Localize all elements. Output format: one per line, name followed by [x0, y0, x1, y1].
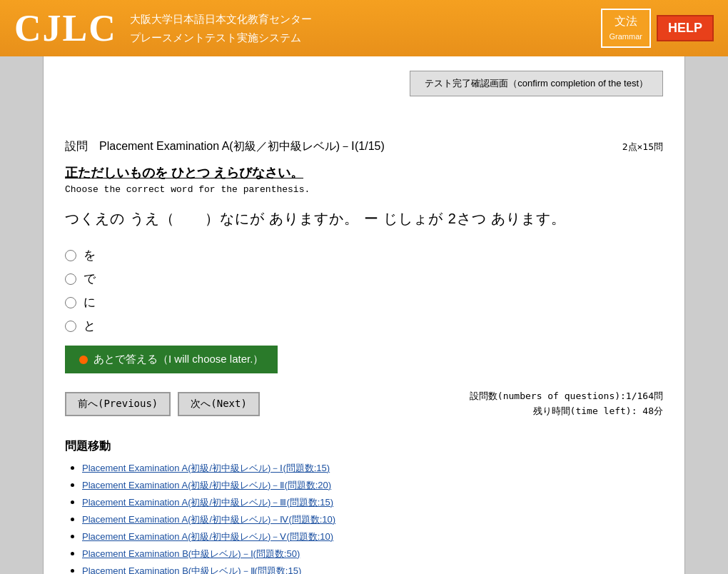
next-button[interactable]: 次へ(Next) — [178, 392, 260, 416]
header-right: 文法Grammar HELP — [601, 9, 714, 48]
help-button[interactable]: HELP — [657, 15, 714, 41]
nav-links: Placement Examination A(初級/初中級レベル)－Ⅰ(問題数… — [65, 461, 663, 574]
nav-section-title: 問題移動 — [65, 439, 663, 454]
navigation-buttons: 前へ(Previous) 次へ(Next) 設問数(numbers of que… — [65, 389, 663, 419]
nav-link-item[interactable]: Placement Examination B(中級レベル)－Ⅰ(問題数:50) — [82, 548, 300, 559]
option-label-1[interactable]: を — [84, 247, 96, 263]
grammar-button[interactable]: 文法Grammar — [601, 9, 651, 48]
choose-later-label: あとで答える（I will choose later.） — [93, 353, 263, 366]
nav-link-item[interactable]: Placement Examination A(初級/初中級レベル)－Ⅰ(問題数… — [82, 463, 330, 473]
logo: CJLC — [14, 7, 117, 49]
points-info: 2点×15問 — [622, 141, 663, 153]
confirm-completion-button-top[interactable]: テスト完了確認画面（confirm completion of the test… — [410, 71, 663, 96]
nav-link-item[interactable]: Placement Examination A(初級/初中級レベル)－Ⅳ(問題数… — [82, 514, 335, 525]
subtitle-line2: プレースメントテスト実施システム — [130, 29, 312, 47]
option-4[interactable]: と — [65, 318, 663, 334]
option-label-4[interactable]: と — [84, 318, 96, 334]
header-subtitle: 大阪大学日本語日本文化教育センター プレースメントテスト実施システム — [130, 10, 312, 46]
option-1[interactable]: を — [65, 247, 663, 263]
nav-link-item[interactable]: Placement Examination A(初級/初中級レベル)－Ⅲ(問題数… — [82, 497, 333, 508]
answer-options: を で に と — [65, 247, 663, 334]
nav-left: 前へ(Previous) 次へ(Next) — [65, 392, 260, 416]
option-2[interactable]: で — [65, 271, 663, 287]
prev-button[interactable]: 前へ(Previous) — [65, 392, 171, 416]
question-title: 設問 Placement Examination A(初級／初中級レベル)－Ⅰ(… — [65, 139, 385, 154]
bullet-icon — [79, 356, 88, 364]
question-count-info: 設問数(numbers of questions):1/164問 残り時間(ti… — [470, 389, 663, 419]
subtitle-line1: 大阪大学日本語日本文化教育センター — [130, 10, 312, 29]
question-header: 設問 Placement Examination A(初級／初中級レベル)－Ⅰ(… — [65, 139, 663, 154]
header: CJLC 大阪大学日本語日本文化教育センター プレースメントテスト実施システム … — [0, 0, 728, 56]
instruction-japanese: 正ただしいものを ひとつ えらびなさい。 — [65, 164, 663, 181]
option-3[interactable]: に — [65, 294, 663, 311]
radio-option-2[interactable] — [65, 273, 76, 285]
radio-option-4[interactable] — [65, 321, 76, 332]
question-sentence: つくえの うえ（ ）なにが ありますか。 ー じしょが 2さつ あります。 — [65, 209, 663, 228]
navigation-section: 問題移動 Placement Examination A(初級/初中級レベル)－… — [65, 439, 663, 574]
main-content: テスト完了確認画面（confirm completion of the test… — [43, 56, 685, 574]
time-left: 残り時間(time left): 48分 — [470, 404, 663, 419]
option-label-3[interactable]: に — [84, 294, 96, 311]
question-count: 設問数(numbers of questions):1/164問 — [470, 389, 663, 404]
header-left: CJLC 大阪大学日本語日本文化教育センター プレースメントテスト実施システム — [14, 7, 312, 49]
choose-later-button[interactable]: あとで答える（I will choose later.） — [65, 346, 278, 373]
option-label-2[interactable]: で — [84, 271, 96, 287]
nav-link-item[interactable]: Placement Examination B(中級レベル)－Ⅱ(問題数:15) — [82, 565, 301, 574]
nav-link-item[interactable]: Placement Examination A(初級/初中級レベル)－Ⅱ(問題数… — [82, 480, 331, 490]
nav-link-item[interactable]: Placement Examination A(初級/初中級レベル)－Ⅴ(問題数… — [82, 531, 333, 542]
instruction-english: Choose the correct word for the parenthe… — [65, 184, 663, 195]
radio-option-1[interactable] — [65, 250, 76, 261]
radio-option-3[interactable] — [65, 297, 76, 308]
